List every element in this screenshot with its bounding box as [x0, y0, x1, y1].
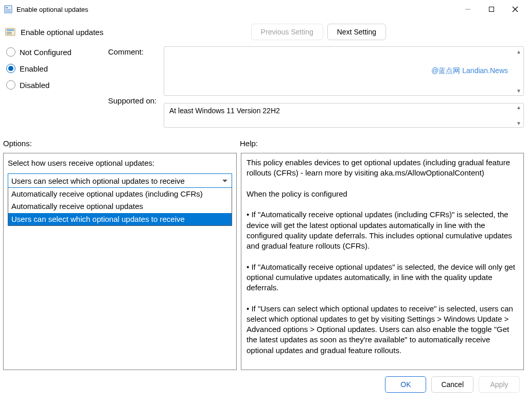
radio-label: Disabled: [20, 81, 49, 90]
options-section-label: Options:: [3, 139, 240, 148]
radio-label: Not Configured: [20, 48, 72, 57]
scroll-down-icon[interactable]: ▼: [515, 120, 522, 126]
radio-icon: [6, 64, 15, 73]
header-row: Enable optional updates Previous Setting…: [0, 19, 527, 46]
help-panel: This policy enables devices to get optio…: [241, 153, 524, 370]
policy-icon: [5, 27, 15, 37]
close-button[interactable]: [503, 0, 527, 19]
window-title: Enable optional updates: [16, 6, 456, 13]
watermark-text: @蓝点网 Landian.News: [431, 66, 508, 76]
svg-rect-3: [6, 11, 11, 12]
radio-enabled[interactable]: Enabled: [6, 64, 104, 73]
apply-button: Apply: [479, 376, 520, 393]
ok-button[interactable]: OK: [385, 376, 426, 393]
combo-option[interactable]: Automatically receive optional updates (…: [8, 188, 232, 200]
options-panel: Select how users receive optional update…: [3, 153, 237, 370]
policy-title: Enable optional updates: [21, 28, 103, 37]
combo-dropdown: Automatically receive optional updates (…: [8, 188, 232, 226]
previous-setting-button: Previous Setting: [251, 24, 323, 40]
svg-rect-9: [7, 29, 14, 31]
dialog-footer: OK Cancel Apply: [0, 370, 527, 396]
svg-rect-10: [7, 32, 12, 33]
radio-disabled[interactable]: Disabled: [6, 80, 104, 90]
radio-icon: [6, 80, 15, 90]
option-prompt: Select how users receive optional update…: [8, 159, 232, 167]
svg-rect-1: [6, 7, 8, 8]
help-section-label: Help:: [240, 139, 524, 148]
titlebar: Enable optional updates: [0, 0, 527, 19]
optional-updates-combo[interactable]: Users can select which optional updates …: [8, 173, 232, 226]
scroll-up-icon[interactable]: ▲: [515, 48, 522, 55]
svg-rect-11: [7, 33, 12, 34]
radio-icon: [6, 47, 15, 57]
app-icon: [4, 5, 12, 13]
scroll-down-icon[interactable]: ▼: [515, 87, 522, 94]
comment-textarea[interactable]: ▲ @蓝点网 Landian.News ▼: [164, 46, 524, 96]
cancel-button[interactable]: Cancel: [431, 376, 473, 393]
svg-rect-5: [489, 7, 494, 12]
maximize-button[interactable]: [480, 0, 503, 19]
scroll-up-icon[interactable]: ▲: [515, 104, 522, 110]
next-setting-button[interactable]: Next Setting: [327, 24, 386, 40]
combo-selected[interactable]: Users can select which optional updates …: [8, 173, 232, 188]
combo-option[interactable]: Automatically receive optional updates: [8, 200, 232, 213]
radio-not-configured[interactable]: Not Configured: [6, 47, 104, 57]
supported-on-field: ▲ At least Windows 11 Version 22H2 ▼: [164, 103, 524, 128]
window-controls: [456, 0, 527, 19]
state-radio-group: Not Configured Enabled Disabled: [6, 46, 104, 90]
radio-label: Enabled: [20, 64, 48, 73]
supported-on-label: Supported on:: [108, 96, 160, 105]
combo-option[interactable]: Users can select which optional updates …: [8, 213, 232, 225]
svg-rect-2: [6, 9, 11, 10]
help-text: This policy enables devices to get optio…: [247, 157, 518, 356]
minimize-button[interactable]: [456, 0, 480, 19]
supported-on-text: At least Windows 11 Version 22H2: [169, 107, 280, 115]
comment-label: Comment:: [108, 47, 160, 56]
